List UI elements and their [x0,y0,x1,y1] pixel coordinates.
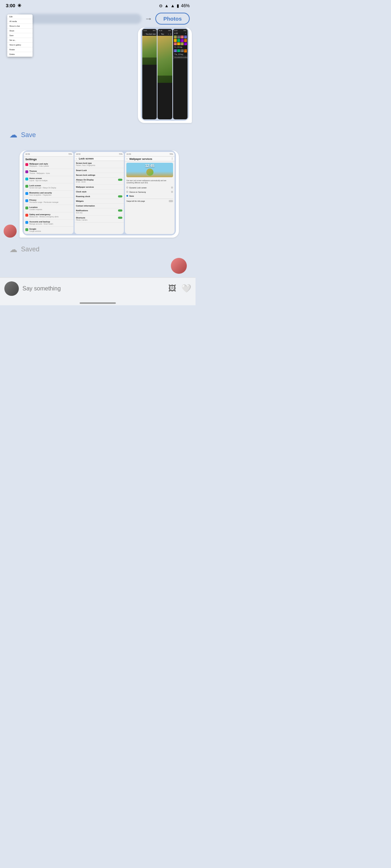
gallery-grid [173,35,188,46]
gallery-cell [180,39,183,42]
privacy-icon [25,199,28,202]
gallery-cell [180,35,183,38]
settings-item-accounts: Accounts and backup Manage accounts · Sm… [24,220,73,227]
safety-icon [25,214,28,217]
homescreen-icon [25,178,28,180]
forward-button[interactable]: → [144,14,152,24]
home-bar [80,302,116,304]
chat-area: 15:4099% ← YouJust now Edit All media Sh… [0,27,196,274]
ls-clock-style: Clock style [75,190,124,194]
swipe-info: Swipe left for info page [125,199,175,203]
screenshot-group-1: 15:4099% ← YouJust now Edit All media Sh… [138,27,192,123]
location-icon [25,207,28,209]
option-glance: Glance on Samsung ⚙ [125,190,175,194]
settings-item-safety: Safety and emergency Medical info · Wire… [24,212,73,220]
avatar-image [4,281,19,296]
gallery-cell [184,35,187,38]
nav-title-blurred [17,14,142,24]
photos-button[interactable]: Photos [155,13,190,25]
ws-description: Get new Lock screen wallpapers automatic… [125,179,175,186]
swipe-toggle [169,200,173,202]
screenshot-left: 15:4099% ← YouJust now Edit All media Sh… [142,29,157,119]
screenshot-trio-1: 15:4099% ← YouJust now Edit All media Sh… [142,29,188,119]
themes-icon [25,170,28,173]
settings-item-location: Location Location requests [24,205,73,212]
wallpaper-preview: 12:45 [126,163,173,177]
radio-dynamic [126,187,128,188]
ws-header: 16:5670% [125,152,175,157]
ls-widgets: Widgets [75,199,124,204]
sender-avatar [4,225,17,238]
lockscreen-nav: ← Lock screen [75,157,124,161]
cloud-saved-icon: ☁ [9,245,17,254]
ws-nav: ← Wallpaper services ⋮ [125,157,175,161]
ls-smart-lock: Smart Lock [75,168,124,173]
ls-wallpaper-services: Wallpaper services [75,185,124,190]
status-bar: 3:00 ✳ ⊖ ▲ ▲ ▮ 46% [0,0,196,10]
screenshot-group-2: 16:5670% Settings Wallpaper and style Wa… [20,150,179,238]
settings-screen-lockscreen: 16:5670% ← Lock screen Screen lock type … [75,152,124,234]
shortcuts-toggle [118,217,122,219]
settings-item-lockscreen: Lock screen Screen lock type · Always On… [24,183,73,191]
home-indicator [0,299,196,305]
settings-screen-main: 16:5670% Settings Wallpaper and style Wa… [24,152,73,234]
mock-status-1: 15:4099% [142,29,157,32]
settings-title: Settings [24,157,73,162]
gallery-grid-2 [173,48,188,53]
clock-preview: 12:45 [145,164,155,168]
screenshot-right: 15:4199% ✕ 18✓ [173,29,188,119]
radio-none [126,195,128,197]
settings-item-themes: Themes Themes · Wallpapers · Icons [24,169,73,176]
lockscreen-icon [25,185,28,188]
ls-notifications: Notifications Icon only [75,208,124,216]
roaming-toggle [118,195,122,197]
food-image-1 [142,36,157,65]
gallery-cell [177,42,180,45]
windmill-icon: ✳ [17,3,21,8]
google-icon [25,228,28,231]
divider [126,199,173,199]
settings-trio: 16:5670% Settings Wallpaper and style Wa… [24,152,175,234]
add-image-button[interactable]: 🖼 [168,284,176,293]
radio-glance [126,191,128,193]
message-bubble-1: 15:4099% ← YouJust now Edit All media Sh… [4,27,192,123]
ls-shortcuts: Shortcuts Phone, Camera [75,216,124,223]
ls-screen-lock-type: Screen lock type Pattern, Face, Fingerpr… [75,161,124,168]
user-avatar-bottom [4,281,19,296]
option-none: None [125,194,175,198]
settings-header: 16:5670% [24,152,73,157]
ls-contact-info: Contact information [75,204,124,208]
gallery-cell [184,49,187,52]
settings-item-wallpaper: Wallpaper and style Wallpapers · Colour … [24,162,73,169]
right-avatar-area [4,258,192,274]
biometrics-icon [25,192,28,195]
status-icons: ⊖ ▲ ▲ ▮ 46% [159,3,190,8]
lockscreen-header: 16:5670% [75,152,124,157]
aod-toggle [118,179,122,181]
wifi-icon: ▲ [164,3,169,8]
bottom-input-bar: 🖼 🤍 [0,277,196,299]
option-dynamic: Dynamic Lock screen ⚙ [125,186,175,190]
screens-outer-1: 15:4099% ← YouJust now Edit All media Sh… [141,27,189,121]
settings-item-homescreen: Home screen Layout · App icon badges [24,176,73,183]
gallery-cell [184,42,187,45]
battery-icon: ▮ [177,3,179,8]
wallpaper-icon [25,163,28,166]
gallery-cell [174,49,177,52]
settings-item-google: Google Google services [24,227,73,234]
gallery-cell [177,49,180,52]
gallery-cell [184,39,187,42]
food-image-2 [157,36,172,83]
spacer-1 [4,143,192,150]
settings-screen-wallpaper-services: 16:5670% ← Wallpaper services ⋮ 12:45 [125,152,175,234]
accounts-icon [25,221,28,224]
bottom-action-icons: 🖼 🤍 [168,284,191,293]
message-bubble-2: 16:5670% Settings Wallpaper and style Wa… [4,150,192,238]
message-input[interactable] [22,285,165,292]
gallery-cell [180,49,183,52]
like-button[interactable]: 🤍 [181,284,191,293]
gallery-cell [174,39,177,42]
ls-roaming-clock: Roaming clock [75,194,124,199]
dnd-icon: ⊖ [159,3,163,8]
ls-secure-lock: Secure lock settings [75,173,124,178]
